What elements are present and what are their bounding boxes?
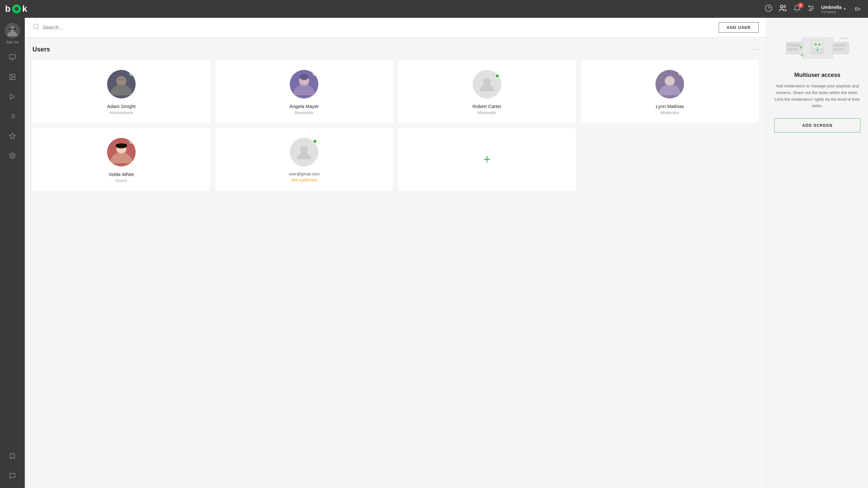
sidebar-item-images[interactable]	[5, 70, 20, 84]
sidebar-navigation	[5, 50, 20, 449]
svg-point-17	[11, 75, 12, 76]
svg-rect-54	[833, 48, 843, 51]
topnav-right: 5 Umbrella Company ▾ En	[765, 4, 863, 14]
sidebar-item-analytics[interactable]	[5, 50, 20, 64]
add-screen-button[interactable]: ADD SCREEN	[774, 118, 860, 132]
sidebar-item-playlists[interactable]	[5, 109, 20, 123]
add-plus-icon: +	[483, 152, 491, 166]
chevron-down-icon: ▾	[843, 6, 846, 11]
user-card-unconfirmed[interactable]: user@gmail.com Not confirmed	[215, 128, 393, 191]
sidebar-item-bookmark[interactable]	[5, 449, 20, 463]
svg-point-6	[812, 8, 813, 9]
search-wrap	[32, 23, 719, 32]
main-layout: Sign out	[0, 18, 868, 488]
avatar-lynn	[655, 70, 684, 98]
status-dot-angela	[313, 71, 317, 75]
top-navigation: b k 5	[0, 0, 868, 18]
sidebar-item-video[interactable]	[5, 90, 20, 103]
user-card-velda[interactable]: Velda White Guest	[32, 128, 210, 191]
users-icon[interactable]	[779, 4, 787, 14]
svg-point-31	[117, 77, 126, 86]
svg-point-1	[780, 5, 783, 8]
notification-badge: 5	[798, 3, 804, 8]
svg-point-37	[300, 74, 309, 80]
content-area: ADD USER Users ···	[25, 18, 868, 488]
svg-point-27	[33, 24, 38, 29]
search-input[interactable]	[42, 25, 138, 30]
user-name-adam: Adam Smight	[107, 103, 136, 109]
language-button[interactable]: En	[852, 5, 863, 13]
avatar-adam	[107, 70, 136, 98]
avatar-velda	[107, 138, 136, 166]
avatar-unconfirmed	[290, 138, 318, 166]
right-panel: + + Multiuser access Add moderators to m…	[766, 18, 868, 488]
avatar-angela	[290, 70, 318, 98]
add-user-card[interactable]: +	[398, 128, 576, 191]
company-subtitle: Company	[821, 10, 842, 14]
notifications-icon[interactable]: 5	[793, 4, 801, 14]
company-button[interactable]: Umbrella Company ▾	[821, 4, 846, 14]
user-email-unconfirmed: user@gmail.com	[288, 172, 320, 176]
sidebar-bottom	[5, 449, 20, 483]
users-header: Users ···	[32, 45, 759, 53]
svg-point-41	[665, 77, 674, 86]
svg-marker-25	[9, 133, 15, 139]
svg-point-65	[843, 37, 845, 39]
user-card-robert[interactable]: Robert Carter Moderator	[398, 60, 576, 123]
svg-rect-32	[119, 79, 121, 80]
users-menu-dots[interactable]: ···	[751, 45, 759, 53]
search-icon	[32, 23, 39, 32]
svg-line-28	[37, 28, 38, 29]
svg-rect-53	[833, 44, 846, 47]
svg-point-66	[847, 37, 848, 39]
empty-slot	[581, 128, 759, 191]
status-dot-unconfirmed	[313, 139, 317, 144]
user-name-lynn: Lynn Mathias	[656, 103, 684, 109]
main-panel: ADD USER Users ···	[25, 18, 766, 488]
multiuser-title: Multiuser access	[794, 72, 840, 79]
user-role-angela: Moderator	[295, 110, 314, 115]
user-card-lynn[interactable]: Lynn Mathias Moderator	[581, 60, 759, 123]
svg-rect-10	[9, 28, 11, 30]
avatar	[5, 23, 20, 38]
analytics-icon[interactable]	[765, 4, 772, 14]
user-role-velda: Guest	[116, 178, 127, 183]
svg-marker-26	[9, 153, 15, 156]
svg-text:+: +	[799, 44, 803, 51]
svg-rect-51	[787, 44, 800, 47]
sidebar-item-layers[interactable]	[5, 149, 20, 163]
user-role-unconfirmed: Not confirmed	[291, 178, 317, 182]
svg-rect-46	[116, 144, 127, 147]
logo[interactable]: b k	[5, 4, 28, 14]
svg-rect-33	[122, 79, 124, 80]
user-role-adam: Administrator	[109, 110, 133, 115]
status-dot-robert	[495, 74, 499, 78]
user-role-robert: Moderator	[477, 110, 496, 115]
user-card-angela[interactable]: Angela Mayer Moderator	[215, 60, 393, 123]
svg-rect-13	[9, 55, 15, 59]
sidebar-item-chat[interactable]	[5, 469, 20, 483]
status-dot-velda	[129, 139, 134, 144]
signout-label[interactable]: Sign out	[6, 40, 19, 44]
users-title: Users	[32, 46, 50, 53]
company-name: Umbrella	[821, 4, 842, 10]
logo-icon	[12, 4, 21, 13]
svg-point-5	[809, 6, 810, 7]
user-card-adam[interactable]: Adam Smight Administrator	[32, 60, 210, 123]
svg-point-7	[810, 9, 811, 11]
svg-rect-52	[787, 48, 798, 51]
illustration: + +	[782, 30, 852, 72]
user-name-robert: Robert Carter	[472, 103, 501, 109]
svg-point-64	[840, 37, 842, 39]
sidebar: Sign out	[0, 18, 25, 488]
svg-point-59	[815, 44, 816, 45]
add-user-button[interactable]: ADD USER	[719, 22, 759, 33]
user-name-velda: Velda White	[108, 172, 134, 177]
user-grid-row1: Adam Smight Administrator	[32, 60, 759, 123]
svg-rect-11	[13, 28, 16, 30]
settings-icon[interactable]	[807, 4, 815, 14]
sidebar-item-starred[interactable]	[5, 129, 20, 143]
users-section: Users ···	[25, 37, 766, 488]
user-role-lynn: Moderator	[660, 110, 679, 115]
svg-point-60	[819, 44, 820, 45]
